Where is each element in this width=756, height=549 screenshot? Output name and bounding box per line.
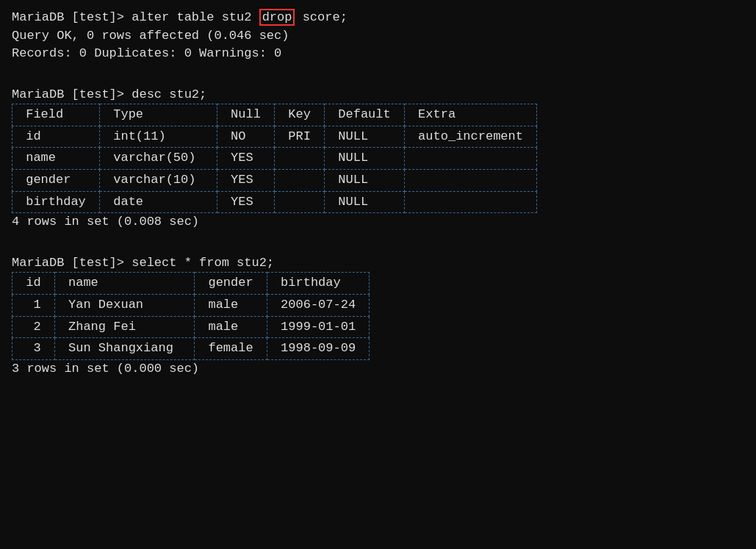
select-cell-3-id: 3: [12, 338, 55, 360]
select-footer: 3 rows in set (0.000 sec): [12, 360, 744, 378]
desc-cell-birthday-field: birthday: [12, 191, 100, 213]
select-cell-2-birthday: 1999-01-01: [267, 316, 369, 338]
desc-cell-gender-key: [275, 170, 325, 192]
desc-cell-name-type: varchar(50): [100, 148, 217, 170]
select-cell-1-gender: male: [195, 294, 267, 316]
desc-cell-id-null: NO: [217, 126, 274, 148]
select-cell-1-id: 1: [12, 294, 55, 316]
desc-cell-name-extra: [404, 148, 536, 170]
alter-table-line: MariaDB [test]> alter table stu2 drop sc…: [12, 9, 744, 27]
select-col-birthday: birthday: [267, 273, 369, 295]
desc-prompt-line: MariaDB [test]> desc stu2;: [12, 86, 744, 104]
desc-cell-id-default: NULL: [325, 126, 405, 148]
desc-col-null: Null: [217, 104, 274, 126]
desc-row-birthday: birthday date YES NULL: [12, 191, 537, 213]
desc-col-field: Field: [12, 104, 100, 126]
desc-cell-gender-field: gender: [12, 170, 100, 192]
blank-line-2: [12, 236, 744, 254]
select-cell-3-gender: female: [195, 338, 267, 360]
select-cell-2-id: 2: [12, 316, 55, 338]
select-header-row: id name gender birthday: [12, 273, 370, 295]
select-row-2: 2 Zhang Fei male 1999-01-01: [12, 316, 370, 338]
desc-col-type: Type: [100, 104, 217, 126]
blank-line-1: [12, 68, 744, 86]
desc-cell-birthday-default: NULL: [325, 191, 405, 213]
select-prompt-line: MariaDB [test]> select * from stu2;: [12, 254, 744, 273]
desc-row-gender: gender varchar(10) YES NULL: [12, 170, 537, 192]
desc-cell-birthday-key: [275, 191, 325, 213]
alter-prompt: MariaDB [test]> alter table stu2: [12, 10, 259, 24]
desc-header-row: Field Type Null Key Default Extra: [12, 104, 537, 126]
terminal-output: MariaDB [test]> alter table stu2 drop sc…: [12, 9, 744, 378]
desc-cell-gender-extra: [404, 170, 536, 192]
desc-col-default: Default: [325, 104, 405, 126]
desc-table: Field Type Null Key Default Extra id int…: [12, 104, 537, 213]
query-ok-line: Query OK, 0 rows affected (0.046 sec): [12, 27, 744, 46]
desc-cell-gender-null: YES: [217, 170, 274, 192]
desc-cell-id-key: PRI: [275, 126, 325, 148]
desc-cell-id-type: int(11): [100, 126, 217, 148]
desc-col-extra: Extra: [404, 104, 536, 126]
select-cell-3-birthday: 1998-09-09: [267, 338, 369, 360]
select-section: MariaDB [test]> select * from stu2; id n…: [12, 254, 744, 378]
select-cell-2-gender: male: [195, 316, 267, 338]
select-cell-1-name: Yan Dexuan: [54, 294, 194, 316]
desc-cell-gender-default: NULL: [325, 170, 405, 192]
select-cell-2-name: Zhang Fei: [54, 316, 194, 338]
desc-cell-name-key: [275, 148, 325, 170]
desc-cell-id-extra: auto_increment: [404, 126, 536, 148]
drop-keyword: drop: [259, 9, 295, 26]
select-col-id: id: [12, 273, 55, 295]
alter-table-section: MariaDB [test]> alter table stu2 drop sc…: [12, 9, 744, 63]
desc-footer: 4 rows in set (0.008 sec): [12, 213, 744, 232]
desc-cell-name-default: NULL: [325, 148, 405, 170]
desc-cell-birthday-extra: [404, 191, 536, 213]
records-line: Records: 0 Duplicates: 0 Warnings: 0: [12, 45, 744, 63]
desc-cell-name-field: name: [12, 148, 100, 170]
desc-row-name: name varchar(50) YES NULL: [12, 148, 537, 170]
desc-cell-gender-type: varchar(10): [100, 170, 217, 192]
select-row-3: 3 Sun Shangxiang female 1998-09-09: [12, 338, 370, 360]
desc-section: MariaDB [test]> desc stu2; Field Type Nu…: [12, 86, 744, 232]
desc-cell-id-field: id: [12, 126, 100, 148]
desc-row-id: id int(11) NO PRI NULL auto_increment: [12, 126, 537, 148]
select-row-1: 1 Yan Dexuan male 2006-07-24: [12, 294, 370, 316]
select-col-name: name: [54, 273, 194, 295]
select-col-gender: gender: [195, 273, 267, 295]
desc-col-key: Key: [275, 104, 325, 126]
select-table: id name gender birthday 1 Yan Dexuan mal…: [12, 272, 370, 360]
select-cell-3-name: Sun Shangxiang: [54, 338, 194, 360]
desc-cell-birthday-type: date: [100, 191, 217, 213]
desc-cell-name-null: YES: [217, 148, 274, 170]
desc-cell-birthday-null: YES: [217, 191, 274, 213]
alter-rest: score;: [295, 10, 347, 24]
select-cell-1-birthday: 2006-07-24: [267, 294, 369, 316]
